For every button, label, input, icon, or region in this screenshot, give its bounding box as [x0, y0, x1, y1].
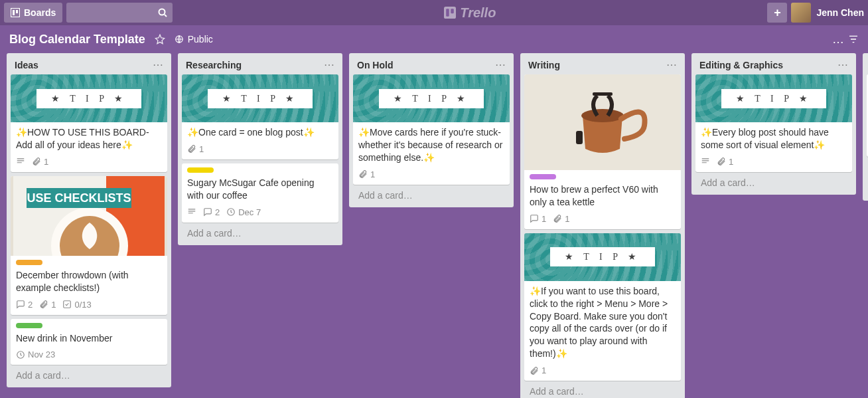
card-title: ✨HOW TO USE THIS BOARD- Add all of your …	[11, 122, 167, 157]
card-cover-image: USE CHECKLISTS	[11, 176, 167, 256]
list-title[interactable]: Researching	[186, 60, 242, 70]
card[interactable]: ★ T I P ★ ✨Move cards here if you're stu…	[353, 74, 510, 185]
card-label[interactable]	[16, 323, 42, 328]
attachment-badge: 1	[39, 300, 56, 310]
card-title: ✨One card = one blog post✨	[182, 122, 338, 144]
list: Sched ★ T I P ★ ✨Mo ✨ Add a card…	[863, 53, 868, 201]
card-cover-tip: ★ T I P ★	[11, 74, 167, 122]
card-title: December throwdown (with example checkli…	[11, 265, 167, 300]
visibility-button[interactable]: Public	[175, 34, 213, 45]
svg-rect-6	[446, 9, 449, 17]
list-title[interactable]: On Hold	[357, 60, 393, 70]
card-cover-tip: ★ T I P ★	[182, 74, 338, 122]
card-cover-tip: ★ T I P ★	[695, 74, 852, 122]
svg-line-4	[165, 15, 167, 17]
desc-icon	[187, 207, 196, 217]
card[interactable]: ★ T I P ★ ✨If you want to use this board…	[524, 233, 681, 381]
list-title[interactable]: Writing	[528, 60, 560, 70]
attach-icon	[187, 144, 196, 153]
comment-icon	[16, 300, 25, 309]
card[interactable]: ★ T I P ★ ✨HOW TO USE THIS BOARD- Add al…	[11, 74, 167, 172]
attachment-badge: 1	[530, 365, 546, 375]
list-menu-icon[interactable]: ⋯	[666, 60, 677, 70]
card-cover-tip: ★ T I P ★	[353, 74, 510, 122]
card[interactable]: How to brew a perfect V60 with only a te…	[524, 74, 681, 229]
attach-icon	[530, 366, 539, 375]
list: On Hold ⋯ ★ T I P ★ ✨Move cards here if …	[349, 53, 514, 207]
list-title[interactable]: Editing & Graphics	[699, 60, 783, 70]
check-icon	[62, 300, 72, 309]
attachment-badge: 1	[717, 157, 733, 167]
add-card-button[interactable]: Add a card…	[11, 365, 167, 383]
tip-label: ★ T I P ★	[36, 89, 141, 108]
comment-icon	[203, 207, 212, 217]
svg-rect-1	[13, 10, 15, 15]
list-menu-icon[interactable]: ⋯	[324, 60, 334, 70]
card-title: ✨Move cards here if you're stuck- whethe…	[353, 122, 510, 169]
clock-icon	[16, 350, 25, 359]
card-label[interactable]	[187, 167, 214, 173]
card[interactable]: ★ T I P ★ ✨Every blog post should have s…	[695, 74, 852, 172]
svg-rect-0	[11, 8, 20, 17]
svg-point-3	[159, 9, 165, 15]
svg-rect-2	[16, 10, 18, 13]
card[interactable]: New drink in November Nov 23	[11, 319, 167, 365]
add-card-button[interactable]: Add a card…	[524, 381, 681, 398]
tip-label: ★ T I P ★	[208, 89, 313, 108]
boards-icon	[11, 8, 20, 17]
brand: Trello	[444, 5, 496, 21]
attach-icon	[358, 169, 368, 179]
star-icon[interactable]	[155, 34, 165, 45]
attachment-badge: 1	[187, 144, 204, 154]
board[interactable]: Ideas ⋯ ★ T I P ★ ✨HOW TO USE THIS BOARD…	[0, 53, 868, 398]
add-card-button[interactable]: Add a card…	[353, 185, 510, 203]
plus-icon: +	[774, 6, 781, 20]
attachment-badge: 1	[553, 214, 569, 224]
list-menu-icon[interactable]: ⋯	[837, 60, 848, 70]
add-card-button[interactable]: Add a card…	[182, 223, 338, 241]
search-input[interactable]	[66, 3, 173, 23]
filter-icon[interactable]	[848, 34, 859, 45]
comments-badge: 2	[16, 300, 33, 310]
attachment-badge: 1	[32, 157, 48, 167]
card-title: New drink in November	[11, 328, 167, 350]
add-card-button[interactable]: Add a card…	[695, 172, 852, 191]
add-button[interactable]: +	[767, 3, 787, 23]
comments-badge: 2	[203, 207, 220, 217]
list-title[interactable]: Ideas	[15, 60, 38, 70]
card-label[interactable]	[530, 174, 556, 179]
list: Ideas ⋯ ★ T I P ★ ✨HOW TO USE THIS BOARD…	[7, 53, 171, 387]
list-menu-icon[interactable]: ⋯	[153, 60, 163, 70]
user-menu[interactable]: Jenn Chen	[791, 3, 864, 23]
card-title: ✨If you want to use this board, click to…	[524, 281, 681, 365]
card-cover-image	[524, 74, 681, 170]
card[interactable]: Sugary McSugar Cafe opening with our cof…	[182, 163, 338, 223]
description-badge	[16, 157, 25, 166]
clock-icon	[226, 207, 236, 217]
svg-rect-7	[451, 9, 455, 13]
svg-rect-20	[576, 131, 583, 144]
more-menu[interactable]: …	[832, 33, 844, 47]
list-menu-icon[interactable]: ⋯	[495, 60, 506, 70]
tip-label: ★ T I P ★	[550, 247, 655, 266]
card-cover-tip: ★ T I P ★	[524, 233, 681, 281]
attach-icon	[717, 157, 726, 166]
attach-icon	[553, 214, 562, 223]
list: Writing ⋯ How to brew a perfect V60 with…	[520, 53, 685, 398]
description-badge	[187, 207, 196, 217]
card[interactable]: USE CHECKLISTS December throwdown (with …	[11, 176, 167, 315]
attachment-badge: 1	[358, 169, 375, 179]
svg-point-18	[581, 109, 624, 122]
search-icon	[158, 8, 167, 17]
tip-label: ★ T I P ★	[721, 89, 826, 108]
comment-icon	[530, 214, 539, 223]
globe-icon	[175, 35, 184, 44]
card[interactable]: ★ T I P ★ ✨One card = one blog post✨ 1	[182, 74, 338, 159]
date-badge: Nov 23	[16, 349, 55, 359]
boards-button[interactable]: Boards	[4, 3, 62, 23]
description-badge	[701, 157, 710, 166]
board-name[interactable]: Blog Calendar Template	[9, 33, 145, 47]
topbar: Boards Trello + Jenn Chen	[0, 0, 868, 25]
card-title: ✨Every blog post should have some sort o…	[695, 122, 852, 157]
card-label[interactable]	[16, 260, 42, 265]
